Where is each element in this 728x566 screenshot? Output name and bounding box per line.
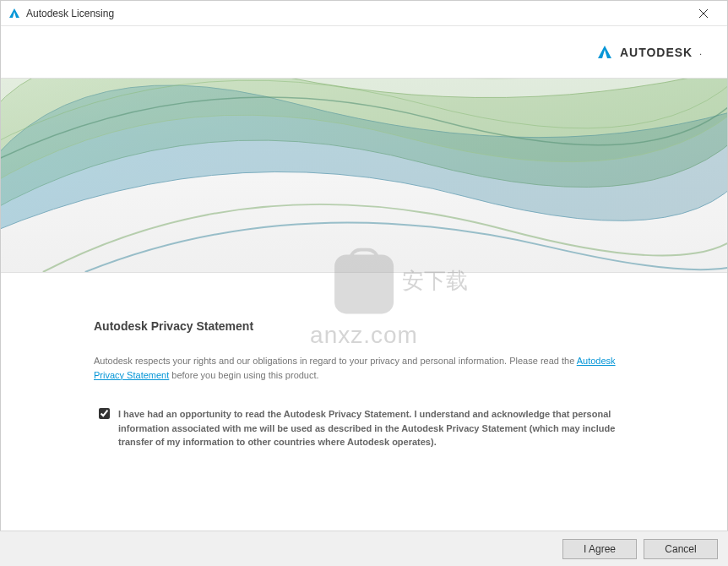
consent-text: I have had an opportunity to read the Au… <box>118 407 634 449</box>
intro-text-after: before you begin using this product. <box>169 370 318 380</box>
autodesk-logo: AUTODESK. <box>596 44 702 61</box>
autodesk-logo-icon <box>596 44 613 61</box>
footer: I Agree Cancel <box>0 531 728 566</box>
privacy-heading: Autodesk Privacy Statement <box>94 319 634 333</box>
agree-button[interactable]: I Agree <box>562 539 637 559</box>
window-title: Autodesk Licensing <box>26 8 687 19</box>
header: AUTODESK. <box>1 26 727 79</box>
titlebar: Autodesk Licensing <box>1 1 727 26</box>
close-button[interactable] <box>687 2 720 25</box>
privacy-intro: Autodesk respects your rights and our ob… <box>94 354 634 382</box>
intro-text-before: Autodesk respects your rights and our ob… <box>94 356 577 366</box>
autodesk-logo-text: AUTODESK <box>620 46 693 59</box>
content-area: Autodesk Privacy Statement Autodesk resp… <box>1 273 727 466</box>
cancel-button[interactable]: Cancel <box>644 539 718 559</box>
consent-row: I have had an opportunity to read the Au… <box>99 407 634 449</box>
app-icon <box>8 7 21 20</box>
consent-checkbox[interactable] <box>99 408 110 419</box>
banner-image <box>1 79 727 273</box>
